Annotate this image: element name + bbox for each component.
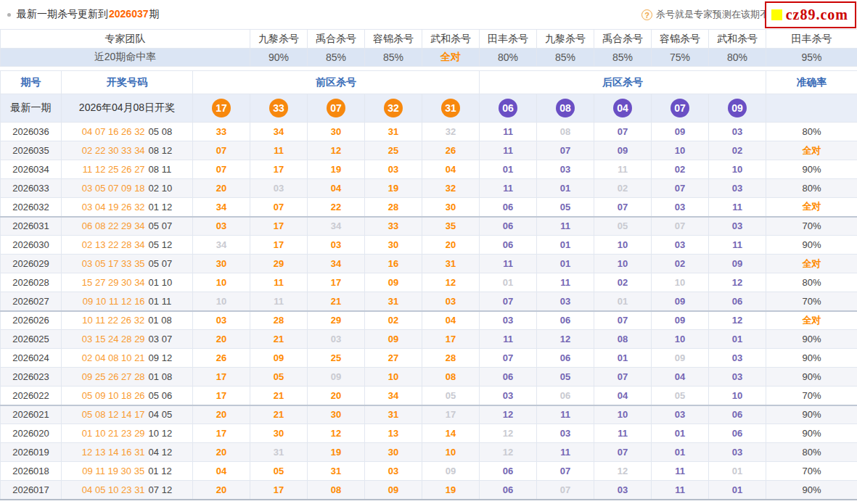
back-kill-cell: 05 <box>537 198 594 217</box>
back-kill-cell: 10 <box>594 236 652 255</box>
front-draw-numbers: 10 11 22 26 32 <box>82 315 144 326</box>
back-kill-cell: 07 <box>537 462 594 481</box>
issue-cell: 2026022 <box>1 387 62 405</box>
update-issue-number: 2026037 <box>108 8 149 20</box>
front-kill-cell: 16 <box>365 255 422 273</box>
front-draw-numbers: 04 07 16 26 32 <box>82 126 145 137</box>
back-ball: 06 <box>499 99 517 117</box>
back-draw-numbers: 05 12 <box>149 239 173 250</box>
back-ball: 09 <box>728 99 747 117</box>
back-kill-cell: 03 <box>652 198 709 217</box>
back-kill-cell: 07 <box>537 141 594 160</box>
back-zone-header: 后区杀号 <box>480 71 766 94</box>
back-draw-numbers: 04 05 <box>149 409 173 420</box>
accuracy-cell: 90% <box>766 160 857 179</box>
back-kill-cell: 07 <box>652 179 709 198</box>
front-kill-cell: 03 <box>250 179 308 198</box>
back-kill-cell: 11 <box>594 424 652 443</box>
table-row: 202602610 11 22 26 3201 0803282902040306… <box>1 311 857 330</box>
back-kill-cell: 03 <box>652 405 709 424</box>
front-kill-cell: 12 <box>308 141 365 160</box>
table-row: 202602205 09 10 18 2605 0617212034050306… <box>1 387 857 405</box>
back-kill-cell: 06 <box>537 387 594 405</box>
draw-numbers-cell: 15 27 29 30 3401 10 <box>62 273 193 292</box>
update-notice-prefix: 最新一期杀号更新到 <box>17 8 108 20</box>
back-kill-cell: 03 <box>709 443 766 462</box>
front-kill-cell: 30 <box>308 405 365 424</box>
front-kill-cell: 35 <box>422 217 480 236</box>
back-kill-cell: 06 <box>480 198 537 217</box>
back-kill-cell: 07 <box>480 349 537 368</box>
table-row: 202602503 15 24 28 2903 0720210309171112… <box>1 330 857 349</box>
back-draw-numbers: 07 12 <box>149 484 173 495</box>
site-logo[interactable]: cz89.com <box>765 1 856 28</box>
front-kill-cell: 34 <box>193 198 250 217</box>
back-ball: 07 <box>671 99 689 117</box>
front-draw-numbers: 04 05 10 23 31 <box>82 484 145 495</box>
back-kill-cell: 03 <box>594 481 652 500</box>
front-kill-cell: 34 <box>308 217 365 236</box>
front-kill-cell: 07 <box>193 160 250 179</box>
front-kill-cell: 33 <box>365 217 422 236</box>
back-kill-cell: 12 <box>480 443 537 462</box>
accuracy-cell: 90% <box>766 405 857 424</box>
back-kill-cell: 01 <box>537 179 594 198</box>
back-draw-numbers: 01 12 <box>148 466 172 476</box>
hit-rate-value: 80% <box>709 49 766 67</box>
front-kill-cell: 31 <box>308 462 365 481</box>
issue-cell: 2026019 <box>1 443 62 462</box>
back-kill-cell: 09 <box>709 255 766 273</box>
issue-cell: 2026020 <box>1 424 62 443</box>
table-row: 202602105 08 12 14 1704 0520213031171211… <box>1 405 857 424</box>
back-kill-cell: 12 <box>480 405 537 424</box>
front-kill-cell: 17 <box>193 387 250 405</box>
front-kill-cell: 03 <box>422 292 480 311</box>
back-kill-cell: 07 <box>594 368 652 387</box>
front-draw-numbers: 05 09 10 18 26 <box>82 390 145 401</box>
back-kill-cell: 02 <box>709 141 766 160</box>
table-row: 202603604 07 16 26 3205 0833343031321108… <box>1 123 857 141</box>
front-kill-cell: 05 <box>250 462 308 481</box>
issue-cell: 2026028 <box>1 273 62 292</box>
back-kill-cell: 01 <box>709 330 766 349</box>
team-label-cell: 专家团队 <box>1 30 250 49</box>
table-row: 202603411 12 25 26 2708 1107171903040103… <box>1 160 857 179</box>
draw-numbers-cell: 02 13 22 28 3405 12 <box>62 236 193 255</box>
front-kill-cell: 12 <box>422 273 480 292</box>
back-kill-cell: 01 <box>594 349 652 368</box>
front-kill-cell: 21 <box>308 292 365 311</box>
back-kill-cell: 10 <box>594 405 652 424</box>
front-kill-cell: 04 <box>422 311 480 330</box>
expert-column-header: 田丰杀号 <box>480 30 537 49</box>
back-kill-cell: 06 <box>480 368 537 387</box>
back-kill-cell: 06 <box>709 405 766 424</box>
back-kill-cell: 09 <box>652 349 709 368</box>
accuracy-cell: 90% <box>766 481 857 500</box>
issue-cell: 2026031 <box>1 217 62 236</box>
front-kill-cell: 20 <box>193 481 250 500</box>
accuracy-cell: 90% <box>766 368 857 387</box>
kill-number-table: 期号 开奖号码 前区杀号 后区杀号 准确率 最新一期 2026年04月08日开奖… <box>0 70 857 500</box>
draw-numbers-cell: 01 10 21 23 2910 12 <box>62 424 193 443</box>
front-kill-cell: 19 <box>308 160 365 179</box>
draw-numbers-cell: 12 13 14 16 3104 12 <box>62 443 193 462</box>
front-kill-cell: 04 <box>308 179 365 198</box>
back-kill-cell: 06 <box>709 292 766 311</box>
front-ball: 07 <box>327 99 345 117</box>
back-kill-cell: 10 <box>652 141 709 160</box>
back-draw-numbers: 03 07 <box>149 334 173 344</box>
back-kill-cell: 06 <box>480 236 537 255</box>
accuracy-header: 准确率 <box>766 71 857 94</box>
table-row: 202603502 22 30 33 3408 1207111225261107… <box>1 141 857 160</box>
back-kill-cell: 03 <box>480 311 537 330</box>
update-notice: 最新一期杀号更新到2026037期 <box>17 8 160 21</box>
front-kill-cell: 04 <box>422 160 480 179</box>
front-draw-numbers: 09 11 19 30 35 <box>82 466 144 476</box>
front-draw-numbers: 03 15 24 28 29 <box>82 334 145 344</box>
issue-header: 期号 <box>1 71 62 94</box>
table-row: 202603106 08 22 29 3405 0703173433350611… <box>1 217 857 236</box>
back-kill-cell: 02 <box>652 160 709 179</box>
back-kill-cell: 07 <box>652 217 709 236</box>
front-draw-numbers: 02 13 22 28 34 <box>82 239 145 250</box>
table-row: 202602309 25 26 27 2801 0817050910080605… <box>1 368 857 387</box>
